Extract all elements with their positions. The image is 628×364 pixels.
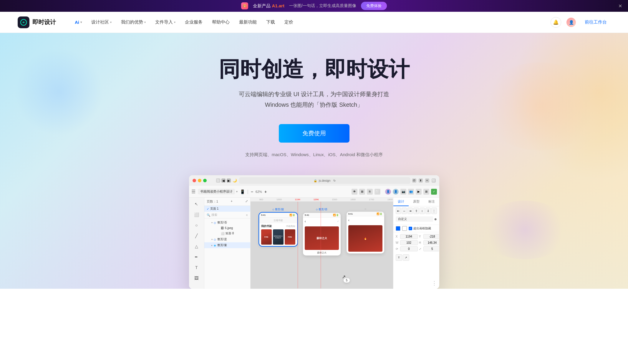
toolbar-grid-icon[interactable]: ⊞ xyxy=(359,189,365,195)
nav-menu: Ai ▾ 设计社区 ▾ 我们的优势 ▾ 文件导入 ▾ 企业服务 帮助中心 最新功… xyxy=(71,18,551,27)
clip-checkbox[interactable]: ✓ xyxy=(409,227,412,230)
tree-item-6jpeg[interactable]: 🖼 6.jpeg xyxy=(204,226,250,231)
logo-area[interactable]: 即时设计 xyxy=(18,16,56,28)
user-avatar[interactable]: 👤 xyxy=(566,17,576,28)
toolbar-table-icon[interactable]: ⊞ xyxy=(423,189,429,195)
traffic-light-minimize[interactable] xyxy=(198,179,201,182)
tool-triangle[interactable]: △ xyxy=(192,242,201,251)
goto-workspace-button[interactable]: 前往工作台 xyxy=(581,18,610,27)
titlebar-share-icon[interactable]: ⏱ xyxy=(412,178,416,183)
toolbar-copy-icon[interactable]: ⎘ xyxy=(367,189,373,195)
traffic-light-maximize[interactable] xyxy=(203,179,207,182)
w-input[interactable]: 102 xyxy=(400,240,418,245)
nav-item-advantages[interactable]: 我们的优势 ▾ xyxy=(117,18,150,27)
toolbar-user1-icon[interactable]: 👤 xyxy=(385,189,391,195)
tool-text[interactable]: T xyxy=(192,263,201,272)
nav-item-help[interactable]: 帮助中心 xyxy=(208,18,234,27)
scale-input[interactable]: 5 xyxy=(423,246,439,251)
search-options-icon[interactable]: ≡ xyxy=(246,213,248,217)
banner-cta-button[interactable]: 免费体验 xyxy=(361,2,387,10)
h-input[interactable]: 146.34 xyxy=(423,240,439,245)
frame-2-container: ◇ 整页/否 9:41 📶🔋 ‹ ⤢ xyxy=(303,208,341,283)
x-input[interactable]: 1194 xyxy=(400,234,418,239)
titlebar-nav-forward[interactable]: ◀ xyxy=(221,178,226,183)
add-page-btn[interactable]: + xyxy=(231,199,233,204)
tool-image[interactable]: 🖼 xyxy=(192,274,201,282)
text-icon-1[interactable]: T xyxy=(396,254,402,261)
toolbar-device-icon[interactable]: 📱 xyxy=(240,189,245,194)
nav-item-community[interactable]: 设计社区 ▾ xyxy=(87,18,116,27)
scale-icon: ⤢ xyxy=(419,247,422,251)
traffic-light-close[interactable] xyxy=(193,179,196,182)
toolbar-plus-btn[interactable]: + xyxy=(264,189,267,194)
titlebar-nav-back[interactable]: ⬜ xyxy=(216,178,220,183)
tab-prototype[interactable]: 原型 xyxy=(409,198,424,206)
page-item[interactable]: ✓ 页面 1 xyxy=(204,206,250,212)
toolbar-view-icon[interactable]: 👁 xyxy=(352,189,357,195)
definition-dropdown[interactable]: 自定义 xyxy=(396,216,433,222)
nav-item-download[interactable]: 下载 xyxy=(262,18,279,27)
tool-frame[interactable]: ⬜ xyxy=(192,211,201,219)
tree-item-wholeis[interactable]: ▾ ◇ 整页/是 xyxy=(204,236,250,242)
fill-color-none[interactable] xyxy=(402,226,407,231)
nav-item-enterprise[interactable]: 企业服务 xyxy=(181,18,207,27)
search-placeholder: 搜索 xyxy=(211,213,217,217)
toolbar-screen-icon[interactable]: ⬜ xyxy=(375,189,380,195)
decorative-blob-3 xyxy=(481,201,569,259)
nav-item-pricing[interactable]: 定价 xyxy=(280,18,297,27)
back-icon2[interactable]: ‹ xyxy=(348,218,349,222)
check-icon: ✓ xyxy=(207,207,209,211)
distribute-h-btn[interactable]: ⋮ xyxy=(431,208,437,214)
titlebar-new-tab-icon[interactable]: + xyxy=(425,178,429,183)
align-bottom-btn[interactable]: ⇩ xyxy=(425,208,431,214)
expand-layers-btn[interactable]: ⤢ xyxy=(245,199,248,204)
toolbar-user2-icon[interactable]: 👤 xyxy=(393,189,399,195)
theme-toggle-icon[interactable]: 🌙 xyxy=(233,178,237,183)
align-right-btn[interactable]: ⇥ xyxy=(407,208,413,214)
nav-item-new[interactable]: 最新功能 xyxy=(235,18,261,27)
nav-item-import[interactable]: 文件导入 ▾ xyxy=(151,18,180,27)
auto-layout-icon[interactable]: ⊕ xyxy=(434,218,437,221)
toolbar-camera-icon[interactable]: 📷 xyxy=(400,189,406,195)
nav-item-ai[interactable]: Ai ▾ xyxy=(71,18,86,26)
y-input[interactable]: -218 xyxy=(423,234,439,239)
titlebar-nav-back2[interactable]: ▶ xyxy=(227,178,231,183)
tool-cursor[interactable]: ↖ xyxy=(192,200,201,208)
tool-pen[interactable]: ✒ xyxy=(192,253,201,261)
tree-item-wholeyes[interactable]: ▾ ◇ 整页/否 xyxy=(204,220,250,226)
toolbar-user-add-icon[interactable]: 👥 xyxy=(408,189,414,195)
toolbar-check-icon[interactable]: ✓ xyxy=(431,189,437,195)
toolbar-play-icon[interactable]: ▶ xyxy=(416,189,422,195)
share-icon[interactable]: ⤢ xyxy=(337,220,339,223)
tree-item-wholequantity[interactable]: ▸ ◈ 整页/量 xyxy=(204,242,250,248)
hero-cta-button[interactable]: 免费使用 xyxy=(279,124,349,143)
toolbar-minus-btn[interactable]: − xyxy=(251,189,253,194)
tab-design[interactable]: 设计 xyxy=(393,198,409,206)
align-center-v-btn[interactable]: ↕ xyxy=(420,208,425,214)
tool-line[interactable]: ╱ xyxy=(192,232,201,240)
logo-text: 即时设计 xyxy=(32,18,56,26)
project-dropdown-icon[interactable]: ▾ xyxy=(236,190,238,193)
tab-annotation[interactable]: 标注 xyxy=(424,198,439,206)
fill-color-blue[interactable] xyxy=(396,226,400,231)
align-left-btn[interactable]: ⇤ xyxy=(396,208,401,214)
frame-3[interactable]: 9:41 📶🔋 ‹ 🔥 xyxy=(347,212,384,253)
titlebar-upload-icon[interactable]: ⬆ xyxy=(419,178,423,183)
banner-close-button[interactable]: ✕ xyxy=(618,3,622,9)
more-options-icon[interactable]: ⋮ xyxy=(432,280,437,286)
frame-2[interactable]: 9:41 📶🔋 ‹ ⤢ 森林之火 森林之火 xyxy=(303,213,341,256)
align-top-btn[interactable]: ⇧ xyxy=(413,208,419,214)
rotation-input[interactable]: 0 xyxy=(400,246,418,251)
hamburger-menu-icon[interactable]: ☰ xyxy=(191,189,195,194)
align-center-h-btn[interactable]: ↔ xyxy=(402,208,407,214)
text-icon-2[interactable]: ↗ xyxy=(403,254,409,261)
back-icon[interactable]: ‹ xyxy=(305,219,306,223)
tree-item-rect8[interactable]: ⬜ 矩形 8 xyxy=(204,231,250,236)
tool-circle[interactable]: ○ xyxy=(192,221,201,229)
url-icon: 🔒 xyxy=(314,179,317,182)
panel-tabs: 设计 原型 标注 xyxy=(393,198,439,206)
reload-icon[interactable]: ↻ xyxy=(333,179,336,182)
titlebar-fullscreen-icon[interactable]: ⬜ xyxy=(432,178,436,183)
notification-bell-button[interactable]: 🔔 xyxy=(551,17,561,28)
frame-1[interactable]: 9:41 📶🔋 云端书架 我的书架 书籍商标 FIRE xyxy=(259,213,297,246)
